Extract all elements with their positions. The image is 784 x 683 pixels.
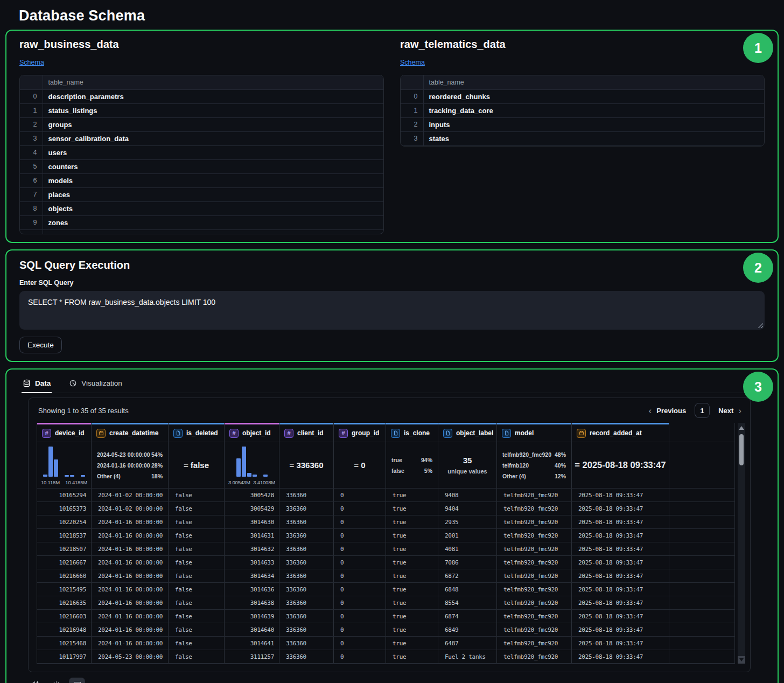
vertical-scrollbar[interactable] bbox=[738, 423, 745, 664]
cell-client_id[interactable]: 336360 bbox=[279, 637, 334, 650]
column-header-object_id[interactable]: #object_id bbox=[225, 423, 279, 442]
cell-model[interactable]: telfmb920_fmc920 bbox=[497, 569, 572, 582]
cell-record_added_at[interactable]: 2025-08-18 09:33:47 bbox=[572, 596, 669, 609]
cell-model[interactable]: telfmb920_fmc920 bbox=[497, 610, 572, 623]
cell-object_id[interactable]: 3014639 bbox=[225, 610, 279, 623]
cell-record_added_at[interactable]: 2025-08-18 09:33:47 bbox=[572, 583, 669, 596]
cell-client_id[interactable]: 336360 bbox=[279, 650, 334, 663]
column-header-create_datetime[interactable]: create_datetime bbox=[92, 423, 169, 442]
table-name-cell[interactable]: models bbox=[43, 173, 383, 187]
cell-is_deleted[interactable]: false bbox=[169, 610, 225, 623]
column-header-record_added_at[interactable]: record_added_at bbox=[572, 423, 669, 442]
cell-object_label[interactable]: 6872 bbox=[438, 569, 497, 582]
cell-object_id[interactable]: 3014636 bbox=[225, 583, 279, 596]
cell-is_clone[interactable]: true bbox=[386, 556, 438, 569]
index-column-header[interactable] bbox=[401, 75, 423, 89]
cell-client_id[interactable]: 336360 bbox=[279, 529, 334, 542]
cell-record_added_at[interactable]: 2025-08-18 09:33:47 bbox=[572, 610, 669, 623]
table-name-cell[interactable]: description_parametrs bbox=[43, 89, 383, 103]
cell-device_id[interactable]: 10216660 bbox=[37, 569, 92, 582]
cell-is_clone[interactable]: true bbox=[386, 596, 438, 609]
cell-is_deleted[interactable]: false bbox=[169, 569, 225, 582]
cell-is_deleted[interactable]: false bbox=[169, 542, 225, 555]
cell-model[interactable]: telfmb920_fmc920 bbox=[497, 502, 572, 515]
table-name-cell[interactable]: sensor_calibration_data bbox=[43, 131, 383, 145]
cell-is_clone[interactable]: true bbox=[386, 515, 438, 528]
column-header-model[interactable]: model bbox=[497, 423, 572, 442]
table-name-column-header[interactable]: table_name bbox=[43, 75, 383, 89]
cell-device_id[interactable]: 10215468 bbox=[37, 637, 92, 650]
cell-object_id[interactable]: 3014631 bbox=[225, 529, 279, 542]
summary-create_datetime[interactable]: 2024-05-23 00:00:0054%2024-01-16 00:00:0… bbox=[92, 442, 169, 488]
cell-record_added_at[interactable]: 2025-08-18 09:33:47 bbox=[572, 569, 669, 582]
next-button[interactable]: Next bbox=[718, 407, 733, 415]
cell-record_added_at[interactable]: 2025-08-18 09:33:47 bbox=[572, 489, 669, 501]
cell-model[interactable]: telfmb920_fmc920 bbox=[497, 637, 572, 650]
previous-button[interactable]: Previous bbox=[656, 407, 686, 415]
column-header-object_label[interactable]: object_label bbox=[438, 423, 497, 442]
cell-is_clone[interactable]: true bbox=[386, 569, 438, 582]
column-header-client_id[interactable]: #client_id bbox=[279, 423, 334, 442]
cell-object_id[interactable]: 3014634 bbox=[225, 569, 279, 582]
row-index[interactable]: 9 bbox=[20, 215, 43, 229]
cell-object_id[interactable]: 3014632 bbox=[225, 542, 279, 555]
moon-icon[interactable] bbox=[27, 678, 43, 683]
cell-group_id[interactable]: 0 bbox=[334, 502, 386, 515]
cell-model[interactable]: telfmb920_fmc920 bbox=[497, 623, 572, 636]
column-header-group_id[interactable]: #group_id bbox=[334, 423, 386, 442]
cell-client_id[interactable]: 336360 bbox=[279, 502, 334, 515]
cell-device_id[interactable]: 10220254 bbox=[37, 515, 92, 528]
cell-is_clone[interactable]: true bbox=[386, 542, 438, 555]
page-number[interactable]: 1 bbox=[695, 403, 710, 418]
cell-record_added_at[interactable]: 2025-08-18 09:33:47 bbox=[572, 542, 669, 555]
table-name-cell[interactable]: tracking_data_core bbox=[423, 103, 764, 117]
cell-device_id[interactable]: 10117997 bbox=[37, 650, 92, 663]
index-column-header[interactable] bbox=[20, 75, 43, 89]
cell-group_id[interactable]: 0 bbox=[334, 569, 386, 582]
table-name-cell[interactable]: groups bbox=[43, 117, 383, 131]
cell-device_id[interactable]: 10165373 bbox=[37, 502, 92, 515]
cell-is_deleted[interactable]: false bbox=[169, 515, 225, 528]
summary-device_id[interactable]: 10.118M10.4185M bbox=[37, 442, 92, 488]
cell-object_label[interactable]: Fuel 2 tanks bbox=[438, 650, 497, 663]
table-name-cell[interactable]: states bbox=[423, 131, 764, 145]
row-index[interactable]: 2 bbox=[20, 117, 43, 131]
cell-group_id[interactable]: 0 bbox=[334, 623, 386, 636]
cell-object_id[interactable]: 3014640 bbox=[225, 623, 279, 636]
cell-record_added_at[interactable]: 2025-08-18 09:33:47 bbox=[572, 515, 669, 528]
cell-create_datetime[interactable]: 2024-01-16 00:00:00 bbox=[92, 623, 169, 636]
cell-is_clone[interactable]: true bbox=[386, 610, 438, 623]
scroll-down-icon[interactable] bbox=[738, 656, 745, 664]
cell-group_id[interactable]: 0 bbox=[334, 610, 386, 623]
cell-device_id[interactable]: 10216948 bbox=[37, 623, 92, 636]
cell-device_id[interactable]: 10216603 bbox=[37, 610, 92, 623]
row-index[interactable]: 1 bbox=[401, 103, 423, 117]
monitor-icon[interactable] bbox=[69, 678, 85, 683]
row-index[interactable]: 5 bbox=[20, 159, 43, 173]
table-name-cell[interactable]: reordered_chunks bbox=[423, 89, 764, 103]
cell-group_id[interactable]: 0 bbox=[334, 489, 386, 501]
cell-object_label[interactable]: 6849 bbox=[438, 623, 497, 636]
cell-object_label[interactable]: 8554 bbox=[438, 596, 497, 609]
cell-object_label[interactable]: 9408 bbox=[438, 489, 497, 501]
cell-create_datetime[interactable]: 2024-01-16 00:00:00 bbox=[92, 515, 169, 528]
cell-create_datetime[interactable]: 2024-01-02 00:00:00 bbox=[92, 489, 169, 501]
cell-object_id[interactable]: 3005428 bbox=[225, 489, 279, 501]
cell-model[interactable]: telfmb920_fmc920 bbox=[497, 650, 572, 663]
cell-group_id[interactable]: 0 bbox=[334, 529, 386, 542]
cell-object_id[interactable]: 3014638 bbox=[225, 596, 279, 609]
cell-object_id[interactable]: 3005429 bbox=[225, 502, 279, 515]
cell-device_id[interactable]: 10165294 bbox=[37, 489, 92, 501]
cell-model[interactable]: telfmb920_fmc920 bbox=[497, 515, 572, 528]
cell-group_id[interactable]: 0 bbox=[334, 556, 386, 569]
summary-is_deleted[interactable]: = false bbox=[169, 442, 225, 488]
cell-client_id[interactable]: 336360 bbox=[279, 623, 334, 636]
cell-device_id[interactable]: 10218537 bbox=[37, 529, 92, 542]
cell-create_datetime[interactable]: 2024-01-16 00:00:00 bbox=[92, 583, 169, 596]
cell-record_added_at[interactable]: 2025-08-18 09:33:47 bbox=[572, 650, 669, 663]
cell-device_id[interactable]: 10215495 bbox=[37, 583, 92, 596]
row-index[interactable]: 0 bbox=[401, 89, 423, 103]
table-name-cell[interactable]: zones bbox=[43, 215, 383, 229]
cell-is_deleted[interactable]: false bbox=[169, 489, 225, 501]
cell-is_deleted[interactable]: false bbox=[169, 529, 225, 542]
